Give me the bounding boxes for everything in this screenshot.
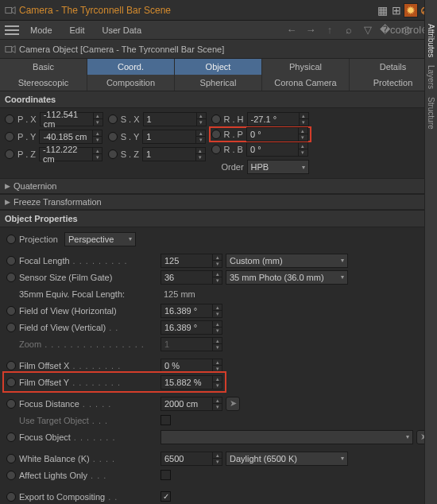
anim-radio[interactable]: [6, 323, 16, 332]
nav-back-icon[interactable]: ←: [284, 24, 299, 36]
camera-icon: [5, 5, 16, 16]
offy-highlight: Film Offset Y. . . . . . . . 15.882 %▴▾: [2, 371, 226, 393]
nav-forward-icon[interactable]: →: [304, 24, 318, 36]
menu-edit[interactable]: Edit: [64, 25, 91, 35]
sy-field[interactable]: 1▴▾: [142, 130, 206, 144]
menu-icon[interactable]: [5, 25, 19, 36]
tab-stereoscopic[interactable]: Stereoscopic: [0, 75, 87, 91]
anim-radio[interactable]: [6, 471, 16, 480]
offy-field[interactable]: 15.882 %▴▾: [160, 375, 222, 390]
focusd-label: Focus Distance: [19, 399, 79, 409]
anim-radio[interactable]: [6, 361, 16, 370]
checker-icon[interactable]: ▦: [375, 3, 389, 17]
object-header-text: Camera Object [Camera - The Tyrconnell B…: [19, 45, 224, 54]
anim-radio[interactable]: [108, 114, 118, 124]
rh-label: R . H: [224, 114, 244, 124]
fovh-label: Field of View (Horizontal): [19, 306, 117, 316]
render-icon[interactable]: ✹: [404, 3, 418, 17]
anim-radio[interactable]: [211, 114, 221, 124]
anim-radio[interactable]: [6, 378, 16, 387]
export-checkbox[interactable]: [160, 491, 171, 502]
anim-radio[interactable]: [6, 399, 16, 409]
anim-radio[interactable]: [5, 114, 14, 124]
tab-spherical[interactable]: Spherical: [175, 75, 262, 91]
rp-highlight: R . P0 °▴▾: [209, 126, 311, 142]
sensor-field[interactable]: 36▴▾: [160, 270, 222, 285]
order-dropdown[interactable]: HPB▾: [247, 160, 309, 174]
focal-field[interactable]: 125▴▾: [160, 254, 222, 268]
anim-radio[interactable]: [108, 149, 118, 159]
wb-field[interactable]: 6500▴▾: [160, 452, 222, 466]
tab-coord[interactable]: Coord.: [87, 59, 175, 75]
focusobj-label: Focus Object: [19, 432, 71, 442]
filter-icon[interactable]: ▽: [361, 24, 375, 36]
anim-radio[interactable]: [6, 432, 16, 442]
sensor-label: Sensor Size (Film Gate): [19, 273, 112, 282]
nav-up-icon[interactable]: ↑: [323, 24, 337, 36]
px-label: P . X: [17, 114, 37, 124]
pick-focus-icon[interactable]: ➤: [226, 397, 240, 411]
projection-dropdown[interactable]: Perspective▾: [64, 232, 136, 246]
anim-radio[interactable]: [5, 132, 14, 142]
sidetab-attributes[interactable]: Attributes: [427, 24, 435, 57]
freeze-group[interactable]: ▶Freeze Transformation: [0, 194, 437, 210]
sy-label: S . Y: [121, 132, 140, 142]
rp-label: R . P: [224, 130, 243, 139]
fovv-label: Field of View (Vertical): [19, 323, 106, 332]
anim-radio[interactable]: [6, 273, 16, 282]
wb-label: White Balance (K): [19, 454, 90, 463]
py-field[interactable]: -40.185 cm▴▾: [39, 130, 102, 144]
offx-field[interactable]: 0 %▴▾: [160, 359, 222, 373]
focal-preset-dropdown[interactable]: Custom (mm)▾: [226, 254, 348, 268]
anim-radio[interactable]: [211, 130, 221, 139]
anim-radio[interactable]: [6, 256, 16, 266]
pz-label: P . Z: [17, 149, 36, 159]
tab-corona[interactable]: Corona Camera: [262, 75, 350, 91]
sx-field[interactable]: 1▴▾: [143, 112, 207, 126]
tab-row-2: Stereoscopic Composition Spherical Coron…: [0, 75, 437, 91]
anim-radio[interactable]: [6, 306, 16, 316]
focusd-field[interactable]: 2000 cm▴▾: [160, 397, 222, 411]
equiv-value: 125 mm: [160, 289, 222, 299]
lock-icon[interactable]: �control: [380, 24, 394, 36]
rh-field[interactable]: -27.1 °▴▾: [247, 112, 309, 126]
tab-basic[interactable]: Basic: [0, 59, 87, 75]
rb-field[interactable]: 0 °▴▾: [246, 142, 308, 157]
zoom-field: 1▴▾: [160, 337, 222, 351]
export-label: Export to Compositing: [19, 492, 105, 502]
sidetab-structure[interactable]: Structure: [427, 97, 435, 130]
svg-rect-0: [6, 7, 12, 13]
focal-label: Focal Length: [19, 256, 70, 266]
anim-radio[interactable]: [108, 132, 118, 142]
tab-physical[interactable]: Physical: [262, 59, 350, 75]
anim-radio[interactable]: [5, 149, 14, 159]
camera-icon: [5, 44, 16, 55]
anim-radio[interactable]: [6, 492, 16, 502]
target-icon[interactable]: ◎: [399, 24, 413, 36]
object-properties-panel: Projection Perspective▾ Focal Length. . …: [0, 227, 437, 504]
menu-bar: Mode Edit User Data ← → ↑ ⌕ ▽ �control ◎…: [0, 21, 437, 40]
menu-userdata[interactable]: User Data: [96, 25, 149, 35]
anim-radio[interactable]: [6, 235, 16, 244]
grid-icon[interactable]: ⊞: [389, 3, 404, 17]
fovh-field[interactable]: 16.389 °▴▾: [160, 304, 222, 318]
px-field[interactable]: -112.541 cm▴▾: [40, 112, 103, 126]
tab-composition[interactable]: Composition: [87, 75, 175, 91]
fovv-field[interactable]: 16.389 °▴▾: [160, 320, 222, 335]
affect-checkbox[interactable]: [160, 470, 171, 480]
anim-radio[interactable]: [211, 145, 221, 154]
pz-field[interactable]: -112.222 cm▴▾: [39, 147, 102, 161]
focusobj-field[interactable]: ▾: [160, 430, 413, 444]
tab-object[interactable]: Object: [175, 59, 262, 75]
sz-field[interactable]: 1▴▾: [142, 147, 206, 161]
sensor-preset-dropdown[interactable]: 35 mm Photo (36.0 mm)▾: [226, 270, 348, 285]
search-icon[interactable]: ⌕: [342, 24, 356, 36]
object-properties-header: Object Properties: [0, 210, 437, 227]
wb-preset-dropdown[interactable]: Daylight (6500 K)▾: [226, 452, 348, 466]
sx-label: S . X: [121, 114, 140, 124]
menu-mode[interactable]: Mode: [24, 25, 59, 35]
rp-field[interactable]: 0 °▴▾: [246, 127, 308, 142]
anim-radio[interactable]: [6, 454, 16, 463]
quaternion-group[interactable]: ▶Quaternion: [0, 178, 437, 194]
sidetab-layers[interactable]: Layers: [427, 65, 435, 89]
